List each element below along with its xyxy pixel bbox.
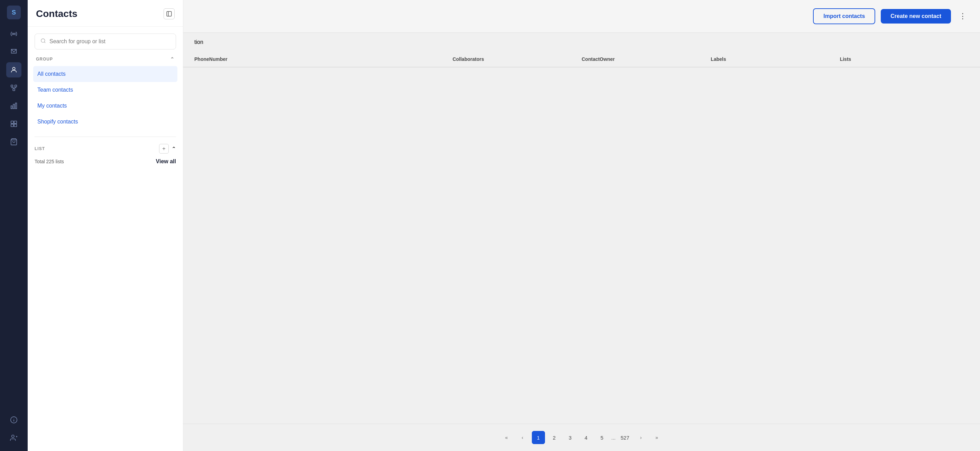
svg-rect-4 xyxy=(13,89,15,91)
main-content: Import contacts Create new contact ⋮ tio… xyxy=(183,0,980,451)
nav-bar: S xyxy=(0,0,28,451)
pagination-last-button[interactable]: » xyxy=(650,431,663,444)
col-collaborators: Collaborators xyxy=(453,56,582,62)
list-header-actions: + ⌃ xyxy=(159,144,176,153)
pagination-page-4[interactable]: 4 xyxy=(579,431,593,444)
pagination-page-5[interactable]: 5 xyxy=(595,431,609,444)
group-item-shopify-contacts[interactable]: Shopify contacts xyxy=(33,114,177,130)
svg-rect-2 xyxy=(11,85,13,87)
import-contacts-button[interactable]: Import contacts xyxy=(813,8,875,24)
pagination-dots: ... xyxy=(611,435,616,441)
search-input[interactable] xyxy=(49,38,170,45)
list-count-row: Total 225 lists View all xyxy=(35,156,176,167)
table-container: PhoneNumber Collaborators ContactOwner L… xyxy=(183,51,980,424)
svg-line-22 xyxy=(44,42,45,43)
col-lists: Lists xyxy=(840,56,969,62)
nav-info[interactable] xyxy=(6,412,21,427)
nav-contacts[interactable] xyxy=(6,62,21,78)
table-header: PhoneNumber Collaborators ContactOwner L… xyxy=(183,51,980,67)
svg-point-1 xyxy=(13,67,15,70)
svg-rect-9 xyxy=(14,121,17,123)
nav-sequences[interactable] xyxy=(6,116,21,131)
pagination: « ‹ 1 2 3 4 5 ... 527 xyxy=(183,424,980,451)
pagination-first-button[interactable]: « xyxy=(500,431,513,444)
nav-inbox[interactable] xyxy=(6,44,21,59)
group-item-team-contacts[interactable]: Team contacts xyxy=(33,82,177,98)
group-list: All contacts Team contacts My contacts S… xyxy=(28,66,183,130)
sidebar-collapse-button[interactable] xyxy=(164,8,175,19)
pagination-page-3[interactable]: 3 xyxy=(564,431,577,444)
sidebar-title: Contacts xyxy=(36,8,78,19)
pagination-prev-button[interactable]: ‹ xyxy=(516,431,529,444)
group-item-my-contacts[interactable]: My contacts xyxy=(33,98,177,114)
group-section-label: GROUP ⌃ xyxy=(28,56,183,66)
list-section: LIST + ⌃ Total 225 lists View all xyxy=(28,144,183,167)
search-icon xyxy=(40,38,46,45)
col-labels: Labels xyxy=(711,56,840,62)
pagination-page-1[interactable]: 1 xyxy=(532,431,545,444)
add-list-button[interactable]: + xyxy=(159,144,169,153)
svg-rect-8 xyxy=(11,121,13,123)
create-contact-button[interactable]: Create new contact xyxy=(881,9,951,24)
pagination-page-last[interactable]: 527 xyxy=(618,431,632,444)
list-chevron-icon[interactable]: ⌃ xyxy=(172,146,176,152)
more-options-button[interactable]: ⋮ xyxy=(956,10,969,22)
nav-commerce[interactable] xyxy=(6,134,21,150)
table-body xyxy=(183,67,980,171)
svg-point-21 xyxy=(41,39,45,43)
nav-analytics[interactable] xyxy=(6,98,21,113)
col-phonenumber: PhoneNumber xyxy=(194,56,453,62)
main-header: Import contacts Create new contact ⋮ xyxy=(183,0,980,33)
group-chevron-icon[interactable]: ⌃ xyxy=(170,56,175,62)
svg-rect-10 xyxy=(11,124,13,127)
svg-rect-7 xyxy=(16,103,17,109)
svg-rect-6 xyxy=(13,104,14,108)
view-all-link[interactable]: View all xyxy=(156,158,176,165)
nav-broadcast[interactable] xyxy=(6,26,21,41)
filter-bar: tion xyxy=(183,33,980,51)
col-contactowner: ContactOwner xyxy=(582,56,711,62)
pagination-page-2[interactable]: 2 xyxy=(548,431,561,444)
group-item-all-contacts[interactable]: All contacts xyxy=(33,66,177,82)
sidebar-divider xyxy=(35,137,176,137)
nav-workflows[interactable] xyxy=(6,80,21,96)
svg-point-0 xyxy=(13,33,14,35)
pagination-next-button[interactable]: › xyxy=(634,431,648,444)
svg-point-16 xyxy=(12,435,14,438)
app-logo[interactable]: S xyxy=(7,6,21,19)
search-container xyxy=(35,33,176,49)
sidebar: Contacts GROUP ⌃ All contacts Team conta… xyxy=(28,0,183,451)
svg-rect-19 xyxy=(167,11,172,16)
sidebar-header: Contacts xyxy=(28,0,183,27)
nav-add-user[interactable] xyxy=(6,430,21,445)
svg-rect-11 xyxy=(14,124,17,127)
list-header: LIST + ⌃ xyxy=(35,144,176,153)
svg-rect-3 xyxy=(15,85,17,87)
svg-rect-5 xyxy=(11,106,13,108)
main-body: tion PhoneNumber Collaborators ContactOw… xyxy=(183,33,980,451)
